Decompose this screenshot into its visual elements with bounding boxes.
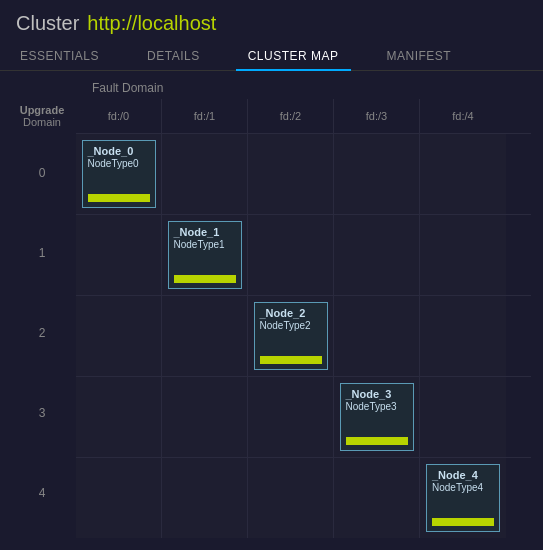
cell-4-1 (162, 458, 248, 538)
node-bar-3 (346, 437, 408, 445)
cell-4-0 (76, 458, 162, 538)
upgrade-domain-column: Upgrade Domain 0 1 2 3 4 (12, 99, 72, 538)
cell-3-4 (420, 377, 506, 457)
grid-row-3: _Node_3 NodeType3 (76, 376, 531, 457)
grid-row-2: _Node_2 NodeType2 (76, 295, 531, 376)
fd-header-3: fd:/3 (334, 99, 420, 133)
node-bar-2 (260, 356, 322, 364)
node-type-3: NodeType3 (346, 401, 408, 412)
cell-0-4 (420, 134, 506, 214)
node-type-4: NodeType4 (432, 482, 494, 493)
cell-2-4 (420, 296, 506, 376)
node-card-1[interactable]: _Node_1 NodeType1 (168, 221, 242, 289)
cell-2-3 (334, 296, 420, 376)
cell-4-3 (334, 458, 420, 538)
cell-1-0 (76, 215, 162, 295)
grid-header-row: fd:/0 fd:/1 fd:/2 fd:/3 fd:/4 (76, 99, 531, 133)
cell-0-0: _Node_0 NodeType0 (76, 134, 162, 214)
node-bar-4 (432, 518, 494, 526)
cell-0-2 (248, 134, 334, 214)
ud-row-4: 4 (12, 453, 72, 533)
cell-3-0 (76, 377, 162, 457)
node-type-1: NodeType1 (174, 239, 236, 250)
nav-item-details[interactable]: DETAILS (135, 43, 212, 71)
header: Cluster http://localhost (0, 0, 543, 43)
node-card-3[interactable]: _Node_3 NodeType3 (340, 383, 414, 451)
node-card-2[interactable]: _Node_2 NodeType2 (254, 302, 328, 370)
ud-row-1: 1 (12, 213, 72, 293)
ud-row-0: 0 (12, 133, 72, 213)
cell-2-2: _Node_2 NodeType2 (248, 296, 334, 376)
cell-2-1 (162, 296, 248, 376)
cluster-url: http://localhost (87, 12, 216, 35)
ud-row-2: 2 (12, 293, 72, 373)
node-type-0: NodeType0 (88, 158, 150, 169)
node-card-4[interactable]: _Node_4 NodeType4 (426, 464, 500, 532)
ud-row-3: 3 (12, 373, 72, 453)
nav-item-manifest[interactable]: MANIFEST (375, 43, 464, 71)
node-card-0[interactable]: _Node_0 NodeType0 (82, 140, 156, 208)
cell-3-3: _Node_3 NodeType3 (334, 377, 420, 457)
cell-0-1 (162, 134, 248, 214)
fd-header-2: fd:/2 (248, 99, 334, 133)
node-name-4: _Node_4 (432, 469, 494, 481)
content-area: Fault Domain Upgrade Domain 0 1 2 3 4 fd… (0, 71, 543, 548)
cluster-grid: Upgrade Domain 0 1 2 3 4 fd:/0 fd:/1 fd:… (12, 99, 531, 538)
node-name-1: _Node_1 (174, 226, 236, 238)
node-name-3: _Node_3 (346, 388, 408, 400)
node-name-0: _Node_0 (88, 145, 150, 157)
grid-row-4: _Node_4 NodeType4 (76, 457, 531, 538)
cell-4-2 (248, 458, 334, 538)
fd-header-0: fd:/0 (76, 99, 162, 133)
cell-1-2 (248, 215, 334, 295)
cell-1-4 (420, 215, 506, 295)
navigation: ESSENTIALSDETAILSCLUSTER MAPMANIFEST (0, 43, 543, 71)
app-container: Cluster http://localhost ESSENTIALSDETAI… (0, 0, 543, 548)
fd-header-1: fd:/1 (162, 99, 248, 133)
nav-item-cluster-map[interactable]: CLUSTER MAP (236, 43, 351, 71)
fd-header-4: fd:/4 (420, 99, 506, 133)
cell-3-1 (162, 377, 248, 457)
ud-label-2: Domain (23, 116, 61, 128)
cell-1-1: _Node_1 NodeType1 (162, 215, 248, 295)
ud-label-1: Upgrade (20, 104, 65, 116)
node-bar-1 (174, 275, 236, 283)
cell-4-4: _Node_4 NodeType4 (420, 458, 506, 538)
fault-domain-label: Fault Domain (92, 81, 531, 95)
main-grid: fd:/0 fd:/1 fd:/2 fd:/3 fd:/4 _Node_0 No… (76, 99, 531, 538)
cell-2-0 (76, 296, 162, 376)
nav-item-essentials[interactable]: ESSENTIALS (8, 43, 111, 71)
cluster-label: Cluster (16, 12, 79, 35)
grid-row-0: _Node_0 NodeType0 (76, 133, 531, 214)
ud-header: Upgrade Domain (12, 99, 72, 133)
cell-1-3 (334, 215, 420, 295)
grid-row-1: _Node_1 NodeType1 (76, 214, 531, 295)
node-name-2: _Node_2 (260, 307, 322, 319)
cell-0-3 (334, 134, 420, 214)
node-type-2: NodeType2 (260, 320, 322, 331)
node-bar-0 (88, 194, 150, 202)
cell-3-2 (248, 377, 334, 457)
